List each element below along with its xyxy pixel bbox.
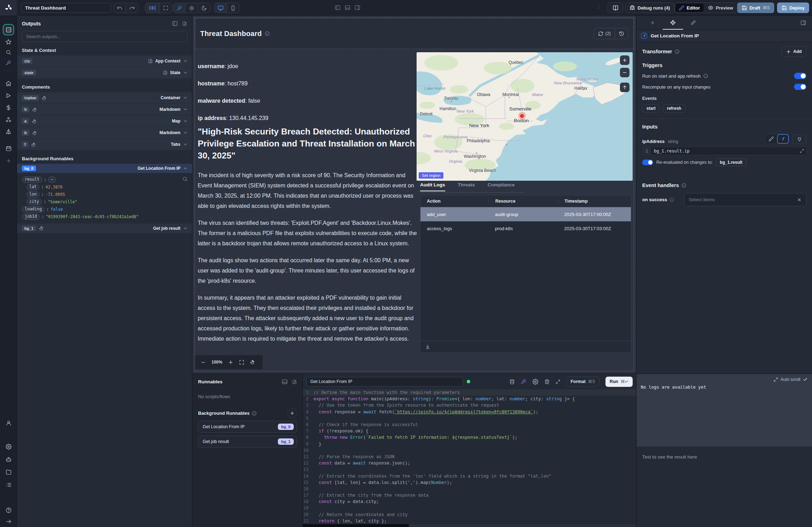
folders-nav-button[interactable] [0,469,17,475]
app-title-input[interactable] [21,3,111,13]
map-locate-button[interactable] [620,83,629,92]
more-menu-button[interactable] [596,4,602,10]
pan-hand-icon[interactable] [250,360,255,365]
add-nav-button[interactable] [0,158,17,163]
code-line[interactable]: 20 // Return the coordinates and city [303,511,636,518]
workers-nav-button[interactable] [0,456,17,462]
bg0-row[interactable]: bg_0 Get Location From IP [17,164,192,173]
delete-icon[interactable] [544,379,550,384]
triggers-nav-button[interactable] [0,128,17,135]
insert-tab[interactable] [642,16,663,30]
state-row[interactable]: stateState [17,67,192,78]
component-row[interactable]: aMap [17,115,192,127]
light-theme-button[interactable] [185,3,198,13]
tree-root-line[interactable]: result:− [22,176,187,183]
preview-tab[interactable]: Preview [704,4,737,12]
markdown-body-block[interactable]: The incident is of high severity with a … [198,170,417,351]
editor-tab[interactable]: Editor [675,4,704,12]
logs-nav-button[interactable] [0,482,17,488]
refresh-components-button[interactable]: (2) [594,28,615,39]
code-editor[interactable]: 1// Define the main function with the re… [303,389,636,527]
code-line[interactable]: 10 [303,447,636,454]
users-nav-button[interactable] [0,420,17,426]
bg1-row[interactable]: bg_1 Get job result [17,223,192,233]
code-line[interactable]: 1// Define the main function with the re… [303,389,636,396]
map-component[interactable]: QuébecNew BrunswickNova ScotiaHalifaxOtt… [417,52,633,181]
doc-icon[interactable] [182,20,187,26]
code-line[interactable]: 17 // Extract the city from the response… [303,492,636,498]
debug-runs-button[interactable]: Debug runs (4) [625,2,674,13]
code-line[interactable]: 6 // Check if the response is successful [303,421,636,428]
toggle-left-panel-icon[interactable] [335,5,341,11]
auto-scroll-control[interactable]: Auto scroll [774,377,808,382]
undo-button[interactable] [114,3,126,13]
collapse-toggle[interactable]: − [48,176,56,183]
settings-icon[interactable] [532,379,538,385]
app-canvas[interactable]: Threat Dashboard (2) username: jdoehostn… [192,16,636,373]
docs-button[interactable] [608,2,623,13]
fit-canvas-icon[interactable] [239,360,244,365]
table-column-header[interactable]: Timestamp [558,199,631,204]
recompute-timer-button[interactable] [615,28,628,39]
canvas-topbar-container[interactable]: Threat Dashboard (2) [195,18,634,49]
collapse-rail-button[interactable] [0,519,17,525]
reeval-dependency-chip[interactable]: bg_1.result [716,158,746,166]
table-column-header[interactable]: Action [420,199,489,204]
settings-tab[interactable] [663,16,683,30]
fit-view-button[interactable] [160,3,172,13]
scrollbar-thumb[interactable] [303,524,409,527]
favorites-nav-button[interactable] [0,39,17,45]
tab-compliance[interactable]: Compliance [488,182,515,191]
tree-entry[interactable]: jobId:"0199390f-2843-ceac-dc03-cf8b242a1… [22,213,187,220]
code-line[interactable]: 7 if (!response.ok) { [303,428,636,434]
tab-threats[interactable]: Threats [458,182,475,191]
code-line[interactable]: 9 } [303,441,636,447]
code-line[interactable]: 2export async function main(ipAddress: s… [303,396,636,402]
add-transformer-button[interactable]: Add [781,46,806,57]
home-nav-button[interactable] [0,80,17,87]
dark-theme-button[interactable] [198,3,210,13]
code-line[interactable]: 5 [303,415,636,421]
variables-nav-button[interactable] [0,104,17,111]
runnable-item[interactable]: Get job resultbg_1 [198,436,297,448]
tree-entry[interactable]: lon:-71.0995 [22,191,187,198]
ai-wand-button[interactable] [173,3,185,13]
connect-input-button[interactable] [792,134,806,144]
code-line[interactable]: 8 throw new Error(`Failed to fetch IP in… [303,434,636,441]
set-region-button[interactable]: Set region [419,172,443,179]
run-button[interactable]: Run ⌘↵ [605,377,633,387]
tree-entry[interactable]: lat:42.3876 [22,183,187,191]
tree-search-icon[interactable] [182,176,188,182]
mobile-view-button[interactable] [227,3,239,13]
editor-horizontal-scrollbar[interactable] [303,524,636,527]
runnable-item[interactable]: Get Location From IPbg_0 [198,421,297,433]
component-row[interactable]: bMarkdown [17,127,192,138]
collapse-right-panel-icon[interactable] [800,20,806,26]
tab-audit-logs[interactable]: Audit Logs [420,182,445,191]
zoom-out-icon[interactable] [201,360,206,365]
deploy-button[interactable]: Deploy [777,2,809,13]
redo-button[interactable] [126,3,138,13]
desktop-view-button[interactable] [215,3,227,13]
styling-tab[interactable] [683,16,704,30]
collapse-panel-icon[interactable] [172,20,178,26]
resources-nav-button[interactable] [0,116,17,123]
component-row[interactable]: topbarContainer [17,92,192,103]
chevron-down-icon[interactable] [183,226,188,231]
expr-mode-button[interactable]: f [777,134,789,144]
ai-wand-icon[interactable] [521,379,526,384]
component-row[interactable]: fTabs [17,139,192,150]
code-line[interactable]: 14 // Extract the coordinates from the '… [303,473,636,479]
trigger-toggle[interactable] [794,73,806,79]
component-row[interactable]: hMarkdown [17,104,192,115]
map-zoom-in-button[interactable] [620,55,629,65]
expand-expr-icon[interactable] [800,149,804,153]
outputs-search-input[interactable] [22,31,187,42]
ai-nav-button[interactable] [0,60,17,66]
reeval-toggle[interactable] [642,160,653,165]
toggle-right-panel-icon[interactable] [354,5,360,11]
input-expression-editor[interactable]: 1 bg_1.result.ip [642,147,806,155]
tree-entry[interactable]: loading:false [22,205,187,213]
code-line[interactable]: 21 return { lon, lat, city }; [303,518,636,524]
on-success-select[interactable]: Select items [684,193,806,206]
